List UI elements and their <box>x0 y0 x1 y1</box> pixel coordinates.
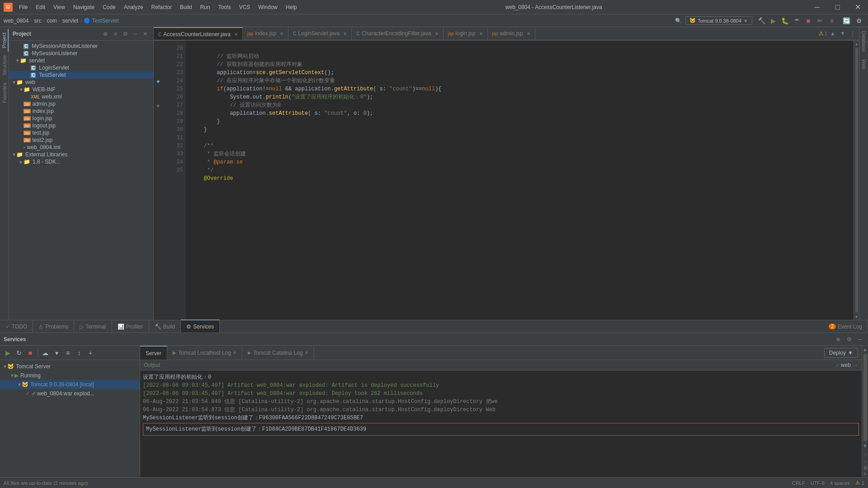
menu-analyze[interactable]: Analyze <box>120 2 147 12</box>
svc-tab-catalina-log[interactable]: ▶ Tomcat Catalina Log ✕ <box>242 346 314 360</box>
status-crlf[interactable]: CRLF <box>792 480 805 486</box>
build-button[interactable]: 🔨 <box>756 15 767 26</box>
update-button[interactable]: 🔄 <box>841 15 852 26</box>
maximize-button[interactable]: □ <box>827 0 848 14</box>
breadcrumb-src[interactable]: src <box>34 18 41 24</box>
svc-tab-localhost-log[interactable]: ▶ Tomcat Localhost Log ✕ <box>167 346 242 360</box>
search-icon[interactable]: 🔍 <box>675 18 682 24</box>
tree-item-mysessionlistener[interactable]: C MySessionListener <box>9 50 153 57</box>
project-add-button[interactable]: ⊕ <box>101 29 110 38</box>
tree-item-test2jsp[interactable]: jsp test2.jsp <box>9 136 153 144</box>
services-tool-minimize[interactable]: ─ <box>855 335 864 344</box>
menu-edit[interactable]: Edit <box>32 2 49 12</box>
tree-item-external-libraries[interactable]: ▾ 📁 External Libraries <box>9 151 153 158</box>
tree-item-servlet-folder[interactable]: ▾ 📁 servlet <box>9 57 153 64</box>
settings-button[interactable]: ⚙ <box>854 15 864 26</box>
code-editor[interactable]: // 监听网站启动 // 获取到容器创建的应用程序对象 application=… <box>185 41 854 320</box>
tree-item-iml[interactable]: ▪ web_0804.iml <box>9 144 153 151</box>
scroll-down-button[interactable]: ▼ <box>854 314 859 319</box>
bottom-tab-terminal[interactable]: ▷ Terminal <box>74 320 112 333</box>
scroll-thumb[interactable] <box>855 48 858 313</box>
sidebar-tab-favorites[interactable]: Favorites <box>1 79 8 107</box>
sidebar-tab-web[interactable]: Web <box>860 56 868 73</box>
menu-build[interactable]: Build <box>176 2 196 12</box>
project-settings-button[interactable]: ⚙ <box>121 29 130 38</box>
scroll-up-button[interactable]: ▲ <box>854 42 859 46</box>
status-encoding[interactable]: UTF-8 <box>811 480 825 486</box>
output-tool-2[interactable]: ↓ <box>863 458 868 464</box>
close-tab-icon[interactable]: ✕ <box>280 31 283 36</box>
svc-item-tomcat-server[interactable]: ▾ 🐱 Tomcat Server <box>0 362 140 371</box>
output-scrollbar[interactable]: ▲ ▼ ↑ ↓ 🖨 ≡ <box>862 346 868 477</box>
editor-scrollbar[interactable]: ▲ ▼ <box>854 41 859 320</box>
menu-refactor[interactable]: Refactor <box>148 2 175 12</box>
toolbar-more[interactable]: ≡ <box>826 15 837 26</box>
tab-accesscounterlistener[interactable]: C AccessCounterListener.java ✕ <box>154 27 243 41</box>
menu-window[interactable]: Window <box>255 2 281 12</box>
output-line-7-selected[interactable]: MySessionListener监听到session创建了：F1D88CA2D… <box>143 423 859 436</box>
tab-list-icon[interactable]: ⋮ <box>848 29 857 38</box>
close-tab-icon[interactable]: ✕ <box>305 350 308 355</box>
tree-item-webxml[interactable]: XML web.xml <box>9 93 153 100</box>
svc-tab-server[interactable]: Server <box>140 346 167 360</box>
bottom-tab-event-log[interactable]: 2 Event Log <box>823 320 868 333</box>
status-files-uptodate[interactable]: All files are up-to-date (2 minutes ago) <box>4 480 88 486</box>
svc-add-button[interactable]: + <box>85 348 95 358</box>
tree-item-indexjsp[interactable]: jsp index.jsp <box>9 108 153 115</box>
bottom-tab-todo[interactable]: ✓ TODO <box>0 320 33 333</box>
tomcat-dropdown[interactable]: 🐱 Tomcat 9.0.38-0804 ▼ <box>685 16 752 25</box>
tree-item-sdk[interactable]: ▸ 📁 1.8 - SDK... <box>9 158 153 165</box>
breadcrumb-com[interactable]: com <box>47 18 57 24</box>
services-tool-add[interactable]: ⊕ <box>834 335 843 344</box>
scroll-thumb[interactable] <box>863 354 867 441</box>
status-warnings[interactable]: ⚠ 1 <box>855 480 864 486</box>
coverage-button[interactable]: ☂ <box>791 15 802 26</box>
tree-item-adminjsp[interactable]: jsp admin.jsp <box>9 100 153 108</box>
deploy-button[interactable]: Deploy ▼ <box>824 348 858 358</box>
menu-view[interactable]: View <box>50 2 69 12</box>
tree-item-mysessionattributelistener[interactable]: C MySessionAttributeListener <box>9 42 153 50</box>
menu-help[interactable]: Help <box>282 2 301 12</box>
scroll-down-button[interactable]: ▼ <box>863 443 868 448</box>
sidebar-tab-structure[interactable]: Structure <box>1 52 8 79</box>
tree-item-web-folder[interactable]: ▾ 📁 web <box>9 79 153 86</box>
project-collapse-button[interactable]: ≡ <box>111 29 120 38</box>
menu-code[interactable]: Code <box>99 2 119 12</box>
up-arrow-icon[interactable]: ▲ <box>828 29 837 38</box>
tab-adminjsp[interactable]: jsp admin.jsp ✕ <box>488 27 535 40</box>
svc-run-button[interactable]: ▶ <box>3 348 13 358</box>
menu-vcs[interactable]: VCS <box>236 2 254 12</box>
svc-item-tomcat-instance[interactable]: ▾ 🐱 Tomcat 9.0.38-0804 [local] <box>0 380 140 389</box>
run-button[interactable]: ▶ <box>768 15 778 26</box>
breadcrumb-class[interactable]: 🔵 TestServlet <box>84 18 118 24</box>
bottom-tab-problems[interactable]: ⚠ Problems <box>33 320 74 333</box>
svc-sort-button[interactable]: ↕ <box>74 348 84 358</box>
close-tab-icon[interactable]: ✕ <box>343 31 347 36</box>
scroll-up-button[interactable]: ▲ <box>863 347 868 352</box>
svc-rerun-button[interactable]: ↻ <box>14 348 24 358</box>
sidebar-tab-project[interactable]: Project <box>0 29 9 52</box>
svc-item-running[interactable]: ▾ ▶ Running <box>0 371 140 380</box>
down-arrow-icon[interactable]: ▼ <box>838 29 847 38</box>
tree-item-loginjsp[interactable]: jsp login.jsp <box>9 115 153 122</box>
tree-item-webinf-folder[interactable]: ▾ 📁 WEB-INF <box>9 86 153 93</box>
tab-loginservlet[interactable]: C LoginServlet.java ✕ <box>288 27 352 40</box>
svc-stop-button[interactable]: ■ <box>25 348 35 358</box>
services-tool-settings[interactable]: ⚙ <box>844 335 854 344</box>
svc-filter-button[interactable]: ▾ <box>52 348 61 358</box>
breadcrumb-project[interactable]: web_0804 <box>4 18 28 24</box>
minimize-button[interactable]: ─ <box>807 0 827 14</box>
menu-run[interactable]: Run <box>197 2 214 12</box>
menu-file[interactable]: File <box>15 2 31 12</box>
stop-button[interactable]: ■ <box>803 15 814 26</box>
tree-item-loginservlet[interactable]: C LoginServlet <box>9 64 153 71</box>
tab-indexjsp[interactable]: jsp index.jsp ✕ <box>243 27 288 40</box>
edit-config-button[interactable]: ✏ <box>815 15 826 26</box>
bottom-tab-build[interactable]: 🔨 Build <box>149 320 181 333</box>
output-tool-4[interactable]: ≡ <box>863 471 868 476</box>
close-tab-icon[interactable]: ✕ <box>527 31 530 36</box>
output-tool-3[interactable]: 🖨 <box>863 465 868 470</box>
bottom-tab-profiler[interactable]: 📊 Profiler <box>112 320 149 333</box>
project-close-button[interactable]: ✕ <box>141 29 150 38</box>
tab-loginjsp[interactable]: jsp login.jsp ✕ <box>443 27 488 40</box>
